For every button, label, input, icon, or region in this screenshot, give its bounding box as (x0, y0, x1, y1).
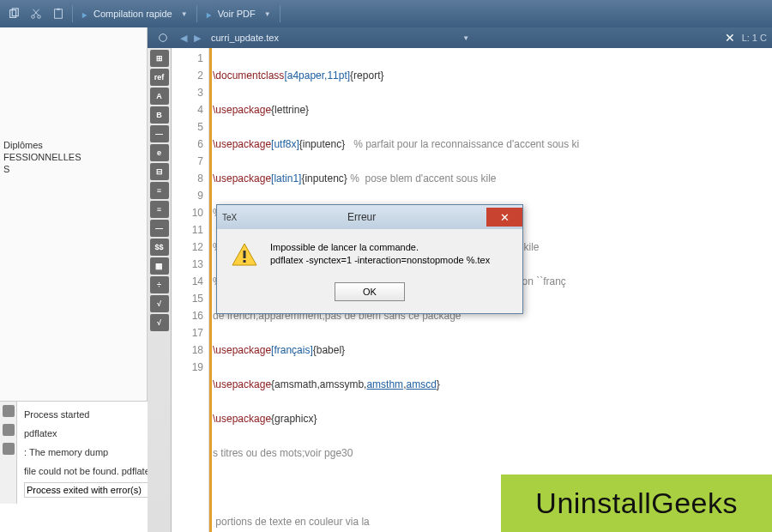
toolbar-icon[interactable]: ref (150, 69, 169, 86)
symbol-toolbar: ⊞ ref A B — e ⊟ ≡ ≡ — $$ ▦ ÷ √ √ (148, 48, 172, 532)
tab-dropdown-icon[interactable]: ▼ (462, 34, 469, 42)
toolbar-icon[interactable]: √ (150, 314, 169, 331)
compile-label: Compilation rapide (93, 9, 172, 19)
toolbar-icon[interactable]: √ (150, 295, 169, 312)
paste-icon[interactable] (48, 3, 69, 24)
svg-rect-5 (57, 9, 60, 10)
warning-icon (231, 241, 258, 269)
structure-item[interactable]: FESSIONNELLES (0, 151, 147, 163)
toolbar-icon[interactable]: ≡ (150, 182, 169, 199)
top-toolbar: Compilation rapide ▼ Voir PDF ▼ (0, 0, 772, 27)
watermark: UninstallGeeks (501, 475, 772, 532)
view-pdf-button[interactable]: Voir PDF ▼ (201, 3, 276, 24)
dialog-title: Erreur (237, 211, 486, 223)
nav-fwd-icon[interactable]: ▶ (194, 33, 201, 44)
structure-panel: Diplômes FESSIONNELLES S (0, 27, 148, 401)
svg-rect-4 (55, 9, 63, 19)
toolbar-icon[interactable]: ÷ (150, 276, 169, 293)
toolbar-icon[interactable]: e (150, 144, 169, 161)
output-tab-icon[interactable] (3, 405, 15, 417)
toolbar-icon[interactable]: B (150, 106, 169, 124)
toolbar-icon[interactable]: — (150, 220, 169, 237)
toolbar-icon[interactable]: ⊟ (150, 163, 169, 180)
close-icon[interactable]: ✕ (486, 208, 522, 227)
toolbar-icon[interactable]: ⊞ (150, 50, 169, 67)
cut-icon[interactable] (26, 3, 46, 24)
toolbar-icon[interactable]: ≡ (150, 201, 169, 218)
svg-rect-7 (244, 251, 246, 258)
structure-item[interactable]: Diplômes (0, 139, 147, 151)
error-dialog: TeX Erreur ✕ Impossible de lancer la com… (216, 204, 523, 314)
toolbar-icon[interactable]: — (150, 125, 169, 142)
svg-point-2 (32, 15, 35, 19)
toolbar-icon[interactable]: A (150, 88, 169, 105)
dialog-app-icon: TeX (222, 213, 237, 222)
copy-icon[interactable] (3, 3, 24, 24)
tab-close-icon[interactable]: ✕ (725, 31, 735, 45)
tab-bar: ◀ ▶ curri_update.tex ▼ ✕ L: 1 C (148, 27, 772, 48)
svg-rect-8 (244, 260, 246, 263)
svg-point-3 (38, 15, 41, 19)
dialog-message: Impossible de lancer la commande. (270, 241, 490, 254)
chevron-down-icon[interactable]: ▼ (181, 10, 188, 18)
cursor-position: L: 1 C (742, 33, 767, 43)
svg-point-6 (160, 34, 167, 42)
view-pdf-label: Voir PDF (218, 9, 256, 19)
nav-back-icon[interactable]: ◀ (180, 33, 187, 44)
output-tab-icon[interactable] (3, 424, 15, 436)
line-gutter: 12345678910111213141516171819 (172, 48, 209, 532)
ok-button[interactable]: OK (335, 282, 405, 301)
output-tab-icon[interactable] (3, 443, 15, 455)
compile-button[interactable]: Compilation rapide ▼ (76, 3, 193, 24)
chevron-down-icon[interactable]: ▼ (264, 10, 271, 18)
structure-item[interactable]: S (0, 163, 147, 175)
tab-filename[interactable]: curri_update.tex (208, 33, 452, 43)
toolbar-icon[interactable]: ▦ (150, 257, 169, 275)
toolbar-icon[interactable]: $$ (150, 239, 169, 256)
sync-icon[interactable] (153, 27, 173, 48)
dialog-message: pdflatex -synctex=1 -interaction=nonstop… (270, 254, 490, 267)
